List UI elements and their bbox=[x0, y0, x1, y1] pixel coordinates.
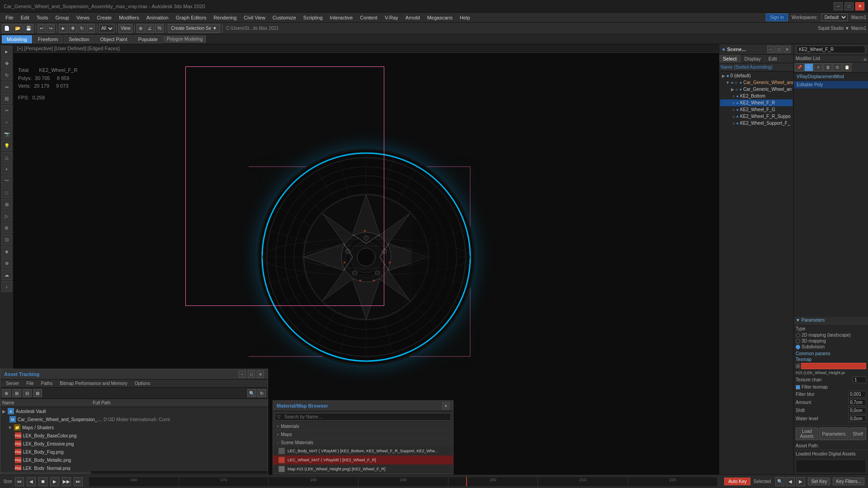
menu-megascans[interactable]: Megascans bbox=[424, 14, 456, 21]
asset-restore-btn[interactable]: □ bbox=[248, 371, 255, 378]
next-key-btn[interactable]: ▶ bbox=[796, 477, 805, 486]
search-key-btn[interactable]: 🔍 bbox=[775, 477, 784, 486]
radio-subdivision-dot[interactable] bbox=[796, 345, 800, 349]
menu-file[interactable]: File bbox=[2, 14, 17, 21]
left-select-icon[interactable]: ► bbox=[1, 46, 12, 57]
tab-select[interactable]: Select bbox=[719, 55, 741, 63]
scene-close-btn[interactable]: ✕ bbox=[783, 46, 791, 53]
tab-selection[interactable]: Selection bbox=[64, 35, 94, 43]
left-link-icon[interactable]: ⛓ bbox=[1, 93, 12, 104]
tab-display[interactable]: Display bbox=[741, 55, 765, 63]
tab-modeling[interactable]: Modeling bbox=[2, 35, 32, 43]
menu-tools[interactable]: Tools bbox=[33, 14, 52, 21]
asset-menu-server[interactable]: Server bbox=[2, 380, 23, 387]
scene-materials-header[interactable]: − Scene Materials bbox=[273, 439, 453, 446]
scene-item-car-generic[interactable]: ▼ ● ○ ● Car_Generic_Wheel_and_S bbox=[720, 79, 793, 86]
left-display-icon[interactable]: □ bbox=[1, 187, 12, 198]
scene-item-default[interactable]: ▶ ■ 0 (default) bbox=[720, 72, 793, 79]
prev-frame-btn[interactable]: ⏮ bbox=[15, 477, 24, 486]
reference-coord-select[interactable]: All bbox=[99, 24, 114, 33]
scene-item-ke2-wheel-fr[interactable]: ○ ● KE2_Wheel_F_R bbox=[720, 99, 793, 106]
play-btn[interactable]: ▶ bbox=[50, 477, 59, 486]
next-frame-btn[interactable]: ⏭ bbox=[74, 477, 83, 486]
menu-civil-view[interactable]: Civil View bbox=[240, 14, 269, 21]
left-utilities-icon[interactable]: ⚙ bbox=[1, 222, 12, 233]
scene-item-car-wheel-an[interactable]: ▶ ○ ● Car_Generic_Wheel_an bbox=[720, 86, 793, 93]
radio-subdivision[interactable]: Subdivision bbox=[796, 344, 866, 349]
prev-btn[interactable]: ◀ bbox=[27, 477, 36, 486]
menu-animation[interactable]: Animation bbox=[143, 14, 172, 21]
key-filters-btn[interactable]: Key Filters... bbox=[833, 478, 864, 485]
tab-populate[interactable]: Populate bbox=[133, 35, 162, 43]
asset-search-btn[interactable]: 🔍 bbox=[247, 389, 256, 397]
sign-in-button[interactable]: Sign In bbox=[766, 14, 788, 21]
asset-menu-bitmap[interactable]: Bitmap Performance and Memory bbox=[56, 380, 131, 387]
object-name-input[interactable] bbox=[797, 46, 865, 53]
menu-modifiers[interactable]: Modifiers bbox=[115, 14, 143, 21]
select-btn[interactable]: ► bbox=[59, 24, 68, 33]
materials-section-header[interactable]: + Materials bbox=[273, 422, 453, 430]
menu-scripting[interactable]: Scripting bbox=[300, 14, 326, 21]
asset-row-metallic[interactable]: PNG LEK_Body_Metallic.png bbox=[0, 456, 268, 464]
timeline-scrubber[interactable]: 160 170 180 190 200 210 220 bbox=[89, 477, 718, 486]
mod-btn-edit[interactable]: ✏ bbox=[804, 63, 813, 71]
radio-2d-dot[interactable] bbox=[796, 333, 800, 338]
next-btn[interactable]: ▶▶ bbox=[62, 477, 71, 486]
asset-menu-options[interactable]: Options bbox=[131, 380, 154, 387]
left-space-warp-icon[interactable]: 〜 bbox=[1, 175, 12, 186]
playhead[interactable] bbox=[466, 477, 467, 486]
amount-input[interactable] bbox=[848, 399, 866, 406]
prev-key-btn[interactable]: ◀ bbox=[786, 477, 795, 486]
asset-row-emissive[interactable]: PNG LEK_Body_Emissive.png bbox=[0, 440, 268, 448]
scene-minimize-btn[interactable]: − bbox=[767, 46, 774, 53]
left-schematic-icon[interactable]: ⊡ bbox=[1, 234, 12, 245]
asset-close-btn[interactable]: ✕ bbox=[257, 371, 264, 378]
tab-object-paint[interactable]: Object Paint bbox=[95, 35, 132, 43]
shelf-tab-btn[interactable]: Shelf bbox=[849, 427, 866, 440]
left-move-icon[interactable]: ✥ bbox=[1, 58, 12, 69]
tab-freeform[interactable]: Freeform bbox=[33, 35, 63, 43]
angle-snap-btn[interactable]: ∠ bbox=[146, 24, 154, 33]
scene-item-ke2-support-f[interactable]: ○ ● KE2_Wheel_Support_F_ bbox=[720, 120, 793, 127]
modifier-editable-poly[interactable]: Editable Poly bbox=[794, 81, 868, 89]
set-key-btn[interactable]: Set Key bbox=[808, 478, 830, 485]
scene-item-ke2-wheel-fg[interactable]: ○ ● KE2_Wheel_F_G bbox=[720, 106, 793, 113]
mat-item-body[interactable]: LEC_Body_MAT ( VRayMtl ) [KE2_Bottom, KE… bbox=[273, 446, 453, 455]
radio-3d[interactable]: 3D mapping bbox=[796, 338, 866, 343]
mod-btn-copy[interactable]: ⧉ bbox=[833, 63, 842, 71]
menu-vray[interactable]: V-Ray bbox=[381, 14, 402, 21]
left-hierarchy-icon[interactable]: ⊞ bbox=[1, 199, 12, 210]
redo-btn[interactable]: ↪ bbox=[47, 24, 55, 33]
left-env-icon[interactable]: ☁ bbox=[1, 269, 12, 280]
scale-btn[interactable]: ⇔ bbox=[87, 24, 95, 33]
snap-btn[interactable]: ⊕ bbox=[137, 24, 145, 33]
asset-btn2[interactable]: ⊞ bbox=[12, 389, 21, 397]
asset-row-vault[interactable]: ▶ A Autodesk Vault bbox=[0, 407, 268, 415]
view-btn[interactable]: View bbox=[118, 24, 133, 33]
menu-interactive[interactable]: Interactive bbox=[326, 14, 357, 21]
left-scale-icon[interactable]: ⇔ bbox=[1, 81, 12, 92]
move-btn[interactable]: ✥ bbox=[69, 24, 77, 33]
texmap-input[interactable] bbox=[801, 363, 866, 369]
asset-row-normal[interactable]: PNG LEK_Body_Normal.png bbox=[0, 464, 268, 470]
save-btn[interactable]: 💾 bbox=[24, 24, 33, 33]
menu-group[interactable]: Group bbox=[52, 14, 73, 21]
asset-btn3[interactable]: ⊟ bbox=[23, 389, 32, 397]
mod-btn-pin[interactable]: 📌 bbox=[795, 63, 804, 71]
asset-menu-paths[interactable]: Paths bbox=[38, 380, 57, 387]
mod-btn-paste[interactable]: 📋 bbox=[842, 63, 851, 71]
menu-arnold[interactable]: Arnold bbox=[402, 14, 424, 21]
texture-chan-input[interactable] bbox=[853, 376, 866, 383]
filter-blur-input[interactable] bbox=[848, 391, 866, 398]
maximize-button[interactable]: □ bbox=[844, 2, 854, 10]
minimize-button[interactable]: − bbox=[834, 2, 843, 10]
left-camera-icon[interactable]: 📷 bbox=[1, 128, 12, 139]
mat-item-map[interactable]: Map #15 (LEK_Wheel_Height.png) [KE2_Whee… bbox=[273, 465, 453, 474]
rotate-btn[interactable]: ↻ bbox=[78, 24, 86, 33]
left-track-icon[interactable]: ♪ bbox=[1, 281, 12, 292]
left-material-icon[interactable]: ◈ bbox=[1, 246, 12, 257]
scene-item-ke2-bottom[interactable]: ○ ● KE2_Bottom bbox=[720, 93, 793, 99]
asset-row-max-file[interactable]: M Car_Generic_Wheel_and_Suspension_Assem… bbox=[0, 415, 268, 423]
left-helper-icon[interactable]: + bbox=[1, 164, 12, 174]
close-button[interactable]: ✕ bbox=[855, 2, 864, 10]
